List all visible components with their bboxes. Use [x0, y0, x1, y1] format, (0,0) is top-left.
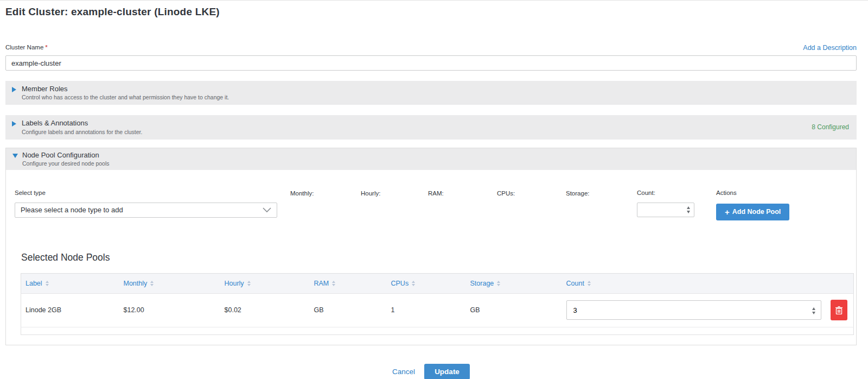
- table-footer-row: [21, 327, 854, 334]
- update-button[interactable]: Update: [424, 364, 470, 379]
- add-node-pool-button-label: Add Node Pool: [732, 208, 781, 216]
- count-label: Count:: [637, 190, 704, 196]
- row-count-input[interactable]: [567, 301, 821, 319]
- labels-annotations-subtitle: Configure labels and annotations for the…: [22, 129, 142, 135]
- add-node-pool-button[interactable]: + Add Node Pool: [716, 204, 789, 220]
- labels-annotations-section[interactable]: Labels & Annotations Configure labels an…: [5, 115, 857, 139]
- selected-node-pools-table: Label Monthly Hourly RAM CPUs Storage Co…: [21, 273, 854, 335]
- cell-storage: GB: [470, 293, 566, 327]
- count-group: Count:: [637, 190, 704, 217]
- cell-hourly: $0.02: [225, 293, 314, 327]
- cell-ram: GB: [314, 293, 391, 327]
- select-type-label: Select type: [15, 190, 277, 196]
- cell-count: [566, 293, 854, 327]
- ram-stat: RAM:: [428, 190, 497, 203]
- node-pool-config-text: Node Pool Configuration Configure your d…: [22, 151, 110, 167]
- add-node-pool-form: Select type Please select a node type to…: [15, 190, 848, 220]
- edit-cluster-page: Edit Cluster: example-cluster (Linode LK…: [0, 1, 868, 379]
- sort-icon: [150, 281, 154, 286]
- column-header-label[interactable]: Label: [21, 273, 124, 293]
- node-pool-config-subtitle: Configure your desired node pools: [22, 160, 110, 167]
- member-roles-title: Member Roles: [22, 85, 229, 93]
- sort-icon: [247, 281, 251, 286]
- sort-icon: [46, 281, 49, 286]
- row-count-input-box: [566, 300, 821, 320]
- member-roles-text: Member Roles Control who has access to t…: [22, 85, 229, 100]
- stepper-up-icon: [687, 206, 690, 209]
- page-title: Edit Cluster: example-cluster (Linode LK…: [5, 6, 857, 18]
- hourly-stat: Hourly:: [361, 190, 428, 203]
- chevron-down-icon: [263, 207, 271, 213]
- node-pool-config-section: Node Pool Configuration Configure your d…: [5, 148, 857, 345]
- add-description-link[interactable]: Add a Description: [803, 44, 857, 52]
- hourly-label: Hourly:: [361, 190, 428, 197]
- caret-right-icon: [12, 87, 16, 92]
- cell-monthly: $12.00: [124, 293, 225, 327]
- caret-right-icon: [12, 121, 16, 127]
- actions-group: Actions + Add Node Pool: [716, 190, 789, 220]
- stepper-down-icon: [812, 312, 815, 314]
- configured-count-badge: 8 Configured: [812, 123, 849, 131]
- cell-cpus: 1: [391, 293, 470, 327]
- labels-annotations-left: Labels & Annotations Configure labels an…: [12, 119, 142, 135]
- sort-icon: [412, 281, 415, 286]
- plus-icon: +: [725, 208, 730, 216]
- node-type-select-placeholder: Please select a node type to add: [21, 206, 123, 214]
- actions-label: Actions: [716, 190, 789, 196]
- table-header-row: Label Monthly Hourly RAM CPUs Storage Co…: [21, 273, 854, 293]
- column-header-hourly[interactable]: Hourly: [225, 273, 314, 293]
- selected-node-pools-heading: Selected Node Pools: [21, 252, 848, 263]
- required-asterisk: *: [45, 44, 47, 50]
- node-pool-config-title: Node Pool Configuration: [22, 151, 110, 160]
- table-row: Linode 2GB $12.00 $0.02 GB 1 GB: [21, 293, 854, 327]
- node-pool-config-body: Select type Please select a node type to…: [6, 170, 856, 345]
- cluster-name-label: Cluster Name: [5, 44, 43, 50]
- stepper-down-icon: [687, 211, 690, 213]
- storage-stat: Storage:: [566, 190, 637, 203]
- count-stepper[interactable]: [685, 205, 692, 216]
- column-header-count[interactable]: Count: [566, 273, 854, 293]
- labels-annotations-title: Labels & Annotations: [22, 119, 142, 128]
- node-pool-config-header[interactable]: Node Pool Configuration Configure your d…: [6, 148, 856, 170]
- column-header-ram[interactable]: RAM: [314, 273, 391, 293]
- caret-down-icon: [12, 154, 18, 158]
- cpus-label: CPUs:: [497, 190, 566, 197]
- labels-annotations-text: Labels & Annotations Configure labels an…: [22, 119, 142, 135]
- member-roles-left: Member Roles Control who has access to t…: [12, 85, 229, 100]
- node-pool-config-left: Node Pool Configuration Configure your d…: [12, 151, 110, 167]
- member-roles-subtitle: Control who has access to the cluster an…: [22, 94, 229, 100]
- ram-label: RAM:: [428, 190, 497, 197]
- column-header-storage[interactable]: Storage: [470, 273, 566, 293]
- sort-icon: [588, 281, 591, 286]
- count-input-box: [637, 203, 694, 217]
- column-header-monthly[interactable]: Monthly: [124, 273, 225, 293]
- sort-icon: [497, 281, 500, 286]
- member-roles-section[interactable]: Member Roles Control who has access to t…: [5, 81, 857, 105]
- cancel-button[interactable]: Cancel: [392, 368, 415, 376]
- form-footer: Cancel Update: [5, 364, 857, 379]
- cluster-name-input[interactable]: [5, 55, 857, 71]
- cluster-name-header: Cluster Name* Add a Description: [5, 42, 857, 52]
- node-type-select-group: Select type Please select a node type to…: [15, 190, 277, 218]
- stepper-up-icon: [812, 307, 815, 310]
- delete-pool-button[interactable]: [831, 300, 847, 320]
- monthly-stat: Monthly:: [290, 190, 361, 203]
- column-header-cpus[interactable]: CPUs: [391, 273, 470, 293]
- cpus-stat: CPUs:: [497, 190, 566, 203]
- trash-icon: [835, 306, 843, 314]
- cluster-name-label-wrap: Cluster Name*: [5, 42, 48, 52]
- node-type-select[interactable]: Please select a node type to add: [15, 203, 277, 218]
- sort-icon: [332, 281, 335, 286]
- monthly-label: Monthly:: [290, 190, 361, 197]
- cell-label: Linode 2GB: [21, 293, 124, 327]
- storage-label: Storage:: [566, 190, 637, 197]
- row-count-stepper[interactable]: [810, 305, 818, 316]
